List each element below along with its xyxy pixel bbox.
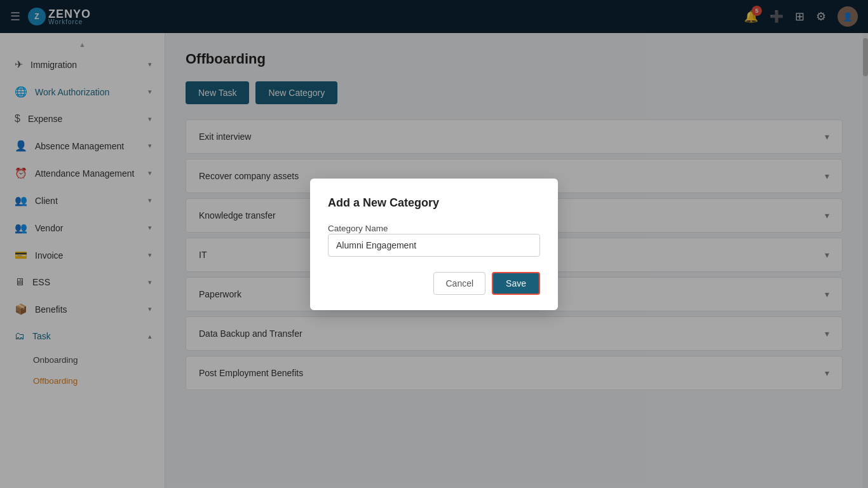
modal-title: Add a New Category bbox=[328, 196, 540, 210]
category-name-input[interactable] bbox=[328, 234, 540, 257]
add-category-modal: Add a New Category Category Name Cancel … bbox=[310, 179, 558, 310]
modal-overlay: Add a New Category Category Name Cancel … bbox=[0, 0, 868, 488]
save-button[interactable]: Save bbox=[492, 272, 540, 295]
cancel-button[interactable]: Cancel bbox=[433, 272, 485, 295]
modal-actions: Cancel Save bbox=[328, 272, 540, 295]
category-name-label: Category Name bbox=[328, 224, 388, 233]
